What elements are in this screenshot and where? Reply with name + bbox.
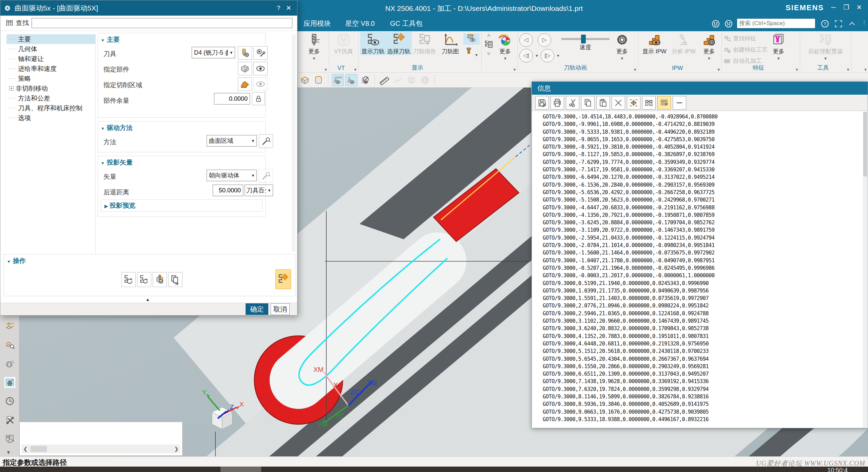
command-search[interactable]: [737, 18, 815, 29]
show-mcs-icon[interactable]: MCS: [332, 74, 344, 86]
find-input[interactable]: [32, 18, 292, 28]
select-part-button[interactable]: [238, 62, 252, 75]
scroll-right-icon[interactable]: ❯: [173, 446, 180, 452]
cancel-button[interactable]: 取消: [271, 303, 290, 315]
curve-icon[interactable]: [392, 74, 404, 86]
display-part-button[interactable]: [253, 62, 268, 75]
more-tools-button[interactable]: 更多▼: [301, 32, 327, 61]
dialog-scroll-area[interactable]: [292, 34, 296, 251]
feedback-frown-icon[interactable]: [724, 19, 733, 29]
help-icon[interactable]: ?: [820, 19, 830, 29]
assistant-icon[interactable]: [4, 358, 16, 370]
dialog-nav-item[interactable]: 方法和公差: [6, 93, 95, 103]
retract-distance-input[interactable]: [213, 185, 243, 196]
edit-drive-method-button[interactable]: [259, 134, 273, 148]
skip-to-start-button[interactable]: ◁|: [519, 49, 533, 62]
edit-display-button[interactable]: [275, 269, 291, 289]
skip-to-end-button[interactable]: |▷: [541, 49, 554, 62]
tab-xingkong-v8[interactable]: 星空 V8.0: [345, 19, 375, 28]
save-button[interactable]: [535, 96, 549, 110]
feedback-smile-icon[interactable]: [711, 19, 720, 29]
list-button[interactable]: [168, 272, 182, 287]
expand-plus-icon[interactable]: +: [9, 86, 14, 91]
animation-more-button[interactable]: 更多▼: [611, 32, 633, 61]
ok-button[interactable]: 确定: [246, 303, 268, 315]
create-feature-process-button[interactable]: 创建特征工艺: [724, 44, 768, 55]
history-icon[interactable]: [4, 395, 16, 407]
gouge-check-button[interactable]: [463, 33, 480, 45]
minimize-button[interactable]: ─: [829, 3, 838, 12]
edit-vector-button[interactable]: [259, 169, 273, 183]
step-forward-button[interactable]: ▷: [538, 33, 551, 47]
projection-preview-expander[interactable]: ▶ 投影预览: [101, 200, 263, 212]
show-ipw-button[interactable]: 显示 IPW: [640, 32, 669, 55]
utilities-icon[interactable]: [4, 414, 16, 426]
dialog-nav-item[interactable]: 进给率和速度: [6, 64, 95, 74]
information-listing[interactable]: GOTO/9.3000,-10.4514,18.4483,0.0000000,-…: [532, 111, 863, 428]
group-expand-icon[interactable]: ▼: [795, 68, 799, 72]
move-down-icon[interactable]: [486, 50, 492, 56]
paste-button[interactable]: [596, 96, 610, 110]
replay-button[interactable]: [137, 272, 151, 287]
show-csys-icon[interactable]: [345, 74, 358, 86]
measure-part-icon[interactable]: [4, 320, 16, 333]
toolpath-list-icon[interactable]: [483, 39, 495, 50]
fullscreen-icon[interactable]: [834, 19, 843, 29]
group-expand-icon[interactable]: ▼: [846, 68, 850, 72]
lock-button[interactable]: [252, 92, 265, 105]
move-up-icon[interactable]: [486, 33, 492, 39]
post-configurator-button[interactable]: 后处理配置器▼: [802, 32, 849, 61]
tab-application-modules[interactable]: 应用模块: [304, 19, 331, 28]
scroll-left-icon[interactable]: ❮: [22, 446, 29, 452]
verify-button[interactable]: [153, 272, 167, 287]
navigator-hscrollbar[interactable]: ❮ ❯: [22, 445, 180, 453]
delete-button[interactable]: [612, 96, 625, 110]
projection-vector-combo[interactable]: 朝向驱动体▼: [207, 170, 257, 181]
close-button[interactable]: ✕: [854, 3, 864, 12]
dialog-nav-item[interactable]: 轴和避让: [6, 54, 95, 64]
collapse-button[interactable]: [673, 96, 686, 110]
edit-tool-button[interactable]: [253, 46, 268, 60]
hide-axis-icon[interactable]: [359, 74, 371, 86]
dialog-collapse-icon[interactable]: ▲: [146, 297, 150, 302]
tool-combo[interactable]: D4 (铣刀-5 参▼: [192, 47, 235, 58]
cut-button[interactable]: [566, 96, 579, 110]
vt-sim-button[interactable]: VT仿真: [331, 32, 356, 55]
toolpath-report-button[interactable]: 刀轨报告: [412, 32, 438, 55]
find-feature-button[interactable]: 查找特征: [724, 33, 768, 44]
analyze-ipw-button[interactable]: 分析 IPW: [669, 32, 698, 55]
restore-button[interactable]: ❐: [842, 3, 851, 12]
sphere-icon[interactable]: [419, 74, 431, 86]
tool-display-button[interactable]: ▼: [463, 45, 480, 58]
feature-more-button[interactable]: 更多▼: [768, 32, 789, 61]
group-expand-icon[interactable]: ▼: [324, 68, 328, 72]
step-back-button[interactable]: ◁: [519, 33, 533, 47]
word-wrap-button[interactable]: [657, 96, 671, 110]
dialog-nav-item[interactable]: 选项: [6, 113, 95, 123]
toolpath-graph-button[interactable]: 刀轨图: [438, 32, 463, 55]
select-target-button[interactable]: [627, 96, 640, 110]
dialog-nav-item[interactable]: 刀具、程序和机床控制: [6, 103, 95, 113]
distance-unit-combo[interactable]: 刀具百分比▼: [245, 185, 273, 196]
dialog-nav-item[interactable]: 主要: [6, 34, 95, 44]
speed-slider-thumb[interactable]: [581, 35, 586, 43]
machine-library-icon[interactable]: [4, 432, 16, 445]
information-window-title[interactable]: 信息: [532, 82, 868, 95]
dialog-nav-item[interactable]: 策略: [6, 74, 95, 83]
group-expand-icon[interactable]: ▼: [717, 68, 720, 72]
group-expand-icon[interactable]: ▼: [633, 68, 637, 72]
search-input[interactable]: [739, 20, 814, 27]
measure-icon[interactable]: [378, 74, 390, 86]
dialog-titlebar[interactable]: 曲面驱动5x - [曲面驱动5X] ? ✕: [0, 0, 297, 16]
speed-slider[interactable]: [561, 38, 610, 40]
new-tool-button[interactable]: [238, 46, 252, 60]
show-toolpath-button[interactable]: 显示刀轨: [360, 32, 386, 55]
resource-more-icon[interactable]: ▼: [6, 450, 11, 455]
part-stock-input[interactable]: [214, 93, 250, 105]
information-vscrollbar[interactable]: [863, 111, 867, 428]
collapse-ribbon-icon[interactable]: [847, 19, 857, 29]
dialog-close-icon[interactable]: ✕: [284, 4, 294, 12]
dialog-help-icon[interactable]: ?: [273, 4, 284, 12]
select-cut-area-button[interactable]: [238, 77, 252, 91]
drive-method-combo[interactable]: 曲面区域▼: [207, 135, 257, 147]
